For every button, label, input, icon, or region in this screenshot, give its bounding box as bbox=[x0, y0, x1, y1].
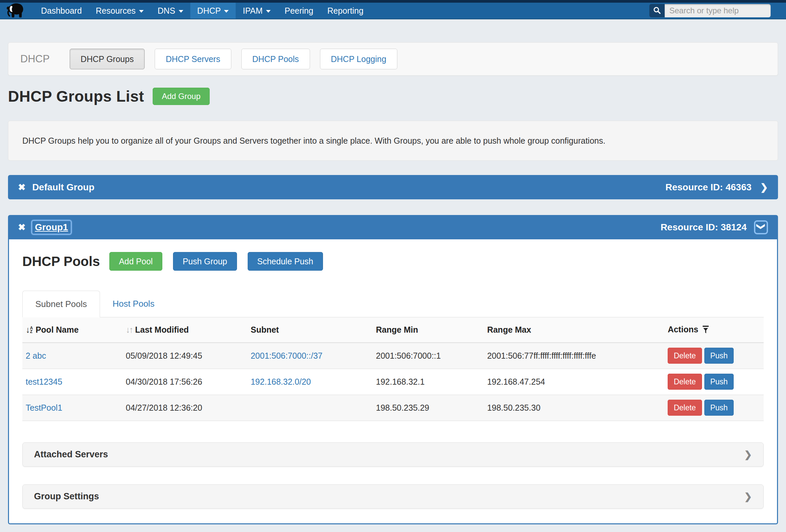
pool-name-link[interactable]: 2 abc bbox=[26, 351, 46, 360]
main-navbar: Dashboard Resources DNS DHCP IPAM Peerin… bbox=[0, 3, 786, 19]
push-button[interactable]: Push bbox=[704, 348, 734, 364]
group-bar-group1[interactable]: ✖ Group1 Resource ID: 38124 ❯ bbox=[8, 215, 778, 239]
nav-item-resources[interactable]: Resources bbox=[89, 3, 151, 19]
chevron-right-icon[interactable]: ❯ bbox=[760, 182, 768, 193]
subnav-button-dhcp-groups[interactable]: DHCP Groups bbox=[70, 49, 145, 69]
nav-item-dns[interactable]: DNS bbox=[151, 3, 190, 19]
nav-item-reporting[interactable]: Reporting bbox=[320, 3, 370, 19]
push-button[interactable]: Push bbox=[704, 374, 734, 390]
chevron-down-icon: ❯ bbox=[756, 223, 766, 230]
column-header-last-modified[interactable]: ↓↑Last Modified bbox=[122, 317, 244, 343]
global-search bbox=[649, 3, 771, 19]
resource-id-label: Resource ID: 38124 bbox=[661, 222, 747, 233]
dhcp-subnav: DHCP DHCP Groups DHCP Servers DHCP Pools… bbox=[8, 42, 778, 76]
schedule-push-button[interactable]: Schedule Push bbox=[248, 252, 323, 271]
tab-subnet-pools[interactable]: Subnet Pools bbox=[22, 291, 100, 317]
description-text: DHCP Groups help you to organize all of … bbox=[22, 136, 605, 145]
nav-item-label: IPAM bbox=[243, 6, 262, 16]
pool-name-link[interactable]: test12345 bbox=[26, 377, 62, 386]
app-logo[interactable] bbox=[0, 3, 34, 19]
nav-item-label: Resources bbox=[96, 6, 136, 16]
column-header-range-max[interactable]: Range Max bbox=[480, 317, 658, 343]
group-name-link[interactable]: Group1 bbox=[32, 221, 71, 234]
page: Dashboard Resources DNS DHCP IPAM Peerin… bbox=[0, 0, 786, 532]
nav-item-peering[interactable]: Peering bbox=[278, 3, 320, 19]
last-modified-value: 04/30/2018 17:56:26 bbox=[126, 377, 202, 386]
last-modified-value: 05/09/2018 12:49:45 bbox=[126, 351, 202, 360]
chevron-down-icon bbox=[266, 10, 271, 13]
sort-icon[interactable]: ↓↑ bbox=[126, 325, 132, 335]
column-label: Last Modified bbox=[135, 325, 189, 334]
page-title: DHCP Groups List bbox=[8, 87, 144, 105]
search-button[interactable] bbox=[649, 4, 665, 17]
range-min-value: 198.50.235.29 bbox=[376, 403, 429, 412]
page-content: DHCP DHCP Groups DHCP Servers DHCP Pools… bbox=[0, 42, 786, 524]
tab-label: Host Pools bbox=[113, 299, 155, 309]
nav-item-label: Peering bbox=[285, 6, 313, 16]
column-header-actions: Actions bbox=[658, 317, 764, 343]
nav-item-label: DHCP bbox=[197, 6, 221, 16]
pools-heading: DHCP Pools Add Pool Push Group Schedule … bbox=[22, 252, 764, 271]
range-max-value: 2001:506:77ff:ffff:ffff:ffff:ffff:fffe bbox=[487, 351, 596, 360]
nav-item-dashboard[interactable]: Dashboard bbox=[34, 3, 89, 19]
push-button[interactable]: Push bbox=[704, 400, 734, 416]
subnav-button-dhcp-logging[interactable]: DHCP Logging bbox=[320, 49, 397, 69]
pool-name-link[interactable]: TestPool1 bbox=[26, 403, 62, 412]
filter-icon[interactable] bbox=[702, 326, 709, 335]
range-min-value: 2001:506:7000::1 bbox=[376, 351, 441, 360]
chevron-down-icon bbox=[179, 10, 183, 13]
delete-button[interactable]: Delete bbox=[668, 374, 702, 390]
chevron-down-icon bbox=[139, 10, 144, 13]
accordion-attached-servers[interactable]: Attached Servers ❯ bbox=[22, 442, 764, 467]
group-section-group1: ✖ Group1 Resource ID: 38124 ❯ DHCP Pools… bbox=[8, 215, 778, 524]
pools-tabs: Subnet Pools Host Pools bbox=[22, 291, 764, 317]
column-header-subnet[interactable]: Subnet bbox=[244, 317, 369, 343]
column-label: Pool Name bbox=[36, 325, 79, 334]
group-name: Default Group bbox=[32, 182, 95, 193]
search-input[interactable] bbox=[665, 4, 771, 17]
range-min-value: 192.168.32.1 bbox=[376, 377, 425, 386]
group-bar-default-group[interactable]: ✖ Default Group Resource ID: 46363 ❯ bbox=[8, 175, 778, 199]
chevron-down-icon bbox=[224, 10, 229, 13]
table-row: 2 abc 05/09/2018 12:49:45 2001:506:7000:… bbox=[22, 343, 764, 369]
collapse-toggle-button[interactable]: ❯ bbox=[754, 220, 768, 234]
add-pool-button[interactable]: Add Pool bbox=[109, 252, 162, 271]
group-bar-right: Resource ID: 46363 ❯ bbox=[665, 182, 768, 193]
column-label: Range Max bbox=[487, 325, 531, 334]
range-max-value: 192.168.47.254 bbox=[487, 377, 545, 386]
group-bar-right: Resource ID: 38124 ❯ bbox=[661, 220, 768, 234]
subnav-button-dhcp-servers[interactable]: DHCP Servers bbox=[155, 49, 231, 69]
column-label: Subnet bbox=[251, 325, 279, 334]
delete-button[interactable]: Delete bbox=[668, 400, 702, 416]
nav-item-ipam[interactable]: IPAM bbox=[236, 3, 277, 19]
subnav-button-dhcp-pools[interactable]: DHCP Pools bbox=[241, 49, 310, 69]
table-row: test12345 04/30/2018 17:56:26 192.168.32… bbox=[22, 369, 764, 395]
push-group-button[interactable]: Push Group bbox=[173, 252, 237, 271]
last-modified-value: 04/27/2018 12:36:20 bbox=[126, 403, 202, 412]
delete-button[interactable]: Delete bbox=[668, 348, 702, 364]
accordion-label: Attached Servers bbox=[34, 449, 108, 460]
nav-item-dhcp[interactable]: DHCP bbox=[190, 3, 236, 19]
add-group-button[interactable]: Add Group bbox=[153, 88, 209, 105]
accordion-label: Group Settings bbox=[34, 491, 99, 502]
close-icon[interactable]: ✖ bbox=[18, 182, 26, 193]
sort-az-icon[interactable]: ↓AZ bbox=[26, 325, 33, 335]
column-header-pool-name[interactable]: ↓AZPool Name bbox=[22, 317, 122, 343]
column-label: Actions bbox=[668, 325, 698, 334]
mammoth-logo-icon bbox=[6, 3, 25, 19]
resource-id-label: Resource ID: 46363 bbox=[665, 182, 751, 193]
subnet-link[interactable]: 192.168.32.0/20 bbox=[251, 377, 311, 386]
nav-item-label: Reporting bbox=[327, 6, 363, 16]
description-box: DHCP Groups help you to organize all of … bbox=[8, 121, 778, 161]
chevron-right-icon: ❯ bbox=[744, 449, 752, 460]
subnet-link[interactable]: 2001:506:7000::/37 bbox=[251, 351, 322, 360]
nav-item-label: Dashboard bbox=[41, 6, 82, 16]
column-label: Range Min bbox=[376, 325, 418, 334]
tab-host-pools[interactable]: Host Pools bbox=[100, 291, 167, 317]
chevron-right-icon: ❯ bbox=[744, 491, 752, 502]
search-icon bbox=[653, 6, 661, 15]
column-header-range-min[interactable]: Range Min bbox=[369, 317, 481, 343]
close-icon[interactable]: ✖ bbox=[18, 222, 26, 233]
accordion-group-settings[interactable]: Group Settings ❯ bbox=[22, 484, 764, 509]
browser-top-strip bbox=[0, 0, 786, 3]
